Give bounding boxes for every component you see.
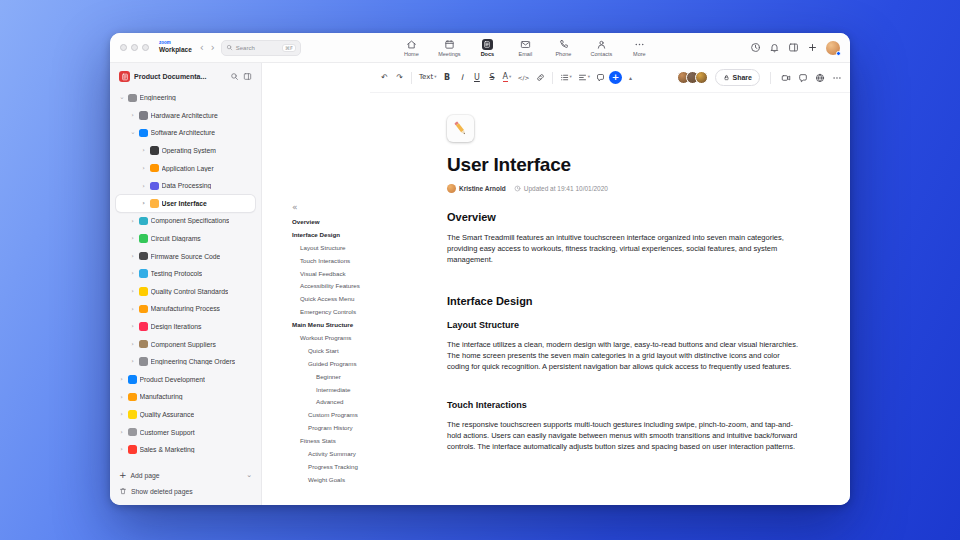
page-emoji-icon[interactable] [447,115,474,142]
chevron-right-icon[interactable]: › [118,446,125,453]
tab-phone[interactable]: Phone [546,39,581,57]
tab-contacts[interactable]: Contacts [584,39,619,57]
chevron-right-icon[interactable]: › [118,429,125,436]
collaborator-avatar-3[interactable] [695,71,708,84]
sidebar-collapse-icon[interactable] [243,72,252,81]
toolbar-link-button[interactable] [534,70,547,86]
outline-item-activity-summary[interactable]: Activity Summary [262,447,370,460]
doc-heading-overview[interactable]: Overview [447,211,799,223]
history-icon[interactable] [750,42,761,53]
show-deleted-pages-button[interactable]: Show deleted pages [119,483,252,499]
toolbar-collapse-toolbar-button[interactable]: ▴ [624,70,637,86]
toolbar-comment-button[interactable] [594,70,607,86]
chevron-right-icon[interactable]: › [140,200,147,207]
toolbar-redo-button[interactable]: ↷ [393,70,406,86]
tree-item-customer-support[interactable]: ›Customer Support [116,423,255,441]
outline-item-guided-programs[interactable]: Guided Programs [262,357,370,370]
outline-item-layout-structure[interactable]: Layout Structure [262,241,370,254]
tree-item-quality-assurance[interactable]: ›Quality Assurance [116,406,255,424]
outline-item-main-menu-structure[interactable]: Main Menu Structure [262,318,370,331]
outline-item-program-history[interactable]: Program History [262,421,370,434]
chevron-right-icon[interactable]: › [118,411,125,418]
user-avatar[interactable] [826,41,840,55]
forward-button[interactable]: › [211,43,215,53]
close-window-button[interactable] [120,44,127,51]
sidebar-toggle-icon[interactable] [788,42,799,53]
toolbar-inline-code-button[interactable]: </> [515,70,531,86]
chevron-right-icon[interactable]: › [129,270,136,277]
doc-paragraph[interactable]: The interface utilizes a clean, modern d… [447,339,799,372]
outline-item-fitness-stats[interactable]: Fitness Stats [262,434,370,447]
toolbar-alignment-button[interactable]: ▾ [576,70,592,86]
tree-item-circuit-diagrams[interactable]: ›Circuit Diagrams [116,230,255,248]
toolbar-undo-button[interactable]: ↶ [378,70,391,86]
tree-item-manufacturing[interactable]: ›Manufacturing [116,388,255,406]
chevron-down-icon[interactable]: ⌄ [246,471,252,479]
notebook-title[interactable]: Product Documenta... [134,73,226,80]
tab-more[interactable]: More [622,39,657,57]
page-title[interactable]: User Interface [447,154,850,176]
outline-item-advanced[interactable]: Advanced [262,395,370,408]
outline-item-workout-programs[interactable]: Workout Programs [262,331,370,344]
minimize-window-button[interactable] [131,44,138,51]
chevron-right-icon[interactable]: › [129,288,136,295]
toolbar-underline-button[interactable]: U [470,70,483,86]
tree-item-manufacturing-process[interactable]: ›Manufacturing Process [116,300,255,318]
back-button[interactable]: ‹ [200,43,204,53]
tree-item-firmware-source-code[interactable]: ›Firmware Source Code [116,247,255,265]
tree-item-hardware-architecture[interactable]: ›Hardware Architecture [116,107,255,125]
tree-item-sales-marketing[interactable]: ›Sales & Marketing [116,441,255,459]
chevron-right-icon[interactable]: › [140,165,147,172]
doc-heading-interface-design[interactable]: Interface Design [447,295,799,307]
outline-item-progress-tracking[interactable]: Progress Tracking [262,460,370,473]
tree-item-software-architecture[interactable]: ›Software Architecture [116,124,255,142]
chevron-right-icon[interactable]: › [129,323,136,330]
document-canvas[interactable]: User Interface Kristine Arnold Updated a… [370,93,850,505]
chevron-down-icon[interactable]: › [118,94,125,101]
tree-item-engineering-change-orders[interactable]: ›Engineering Change Orders [116,353,255,371]
chevron-right-icon[interactable]: › [140,147,147,154]
chevron-right-icon[interactable]: › [118,394,125,401]
tree-item-data-processing[interactable]: ›Data Processing [116,177,255,195]
tree-item-application-layer[interactable]: ›Application Layer [116,159,255,177]
outline-item-weight-goals[interactable]: Weight Goals [262,473,370,486]
tree-item-design-iterations[interactable]: ›Design Iterations [116,318,255,336]
toolbar-bulleted-list-button[interactable]: ▾ [558,70,574,86]
toolbar-strikethrough-button[interactable]: S [485,70,498,86]
chevron-right-icon[interactable]: › [129,358,136,365]
doc-paragraph[interactable]: The Smart Treadmill features an intuitiv… [447,232,799,265]
chevron-right-icon[interactable]: › [129,253,136,260]
tree-item-operating-system[interactable]: ›Operating System [116,142,255,160]
sidebar-search-icon[interactable] [230,72,239,81]
add-page-button[interactable]: + Add page ⌄ [119,467,252,483]
outline-item-overview[interactable]: Overview [262,215,370,228]
doc-heading-touch-interactions[interactable]: Touch Interactions [447,400,799,410]
outline-item-beginner[interactable]: Beginner [262,370,370,383]
tree-item-quality-control-standards[interactable]: ›Quality Control Standards [116,283,255,301]
chevron-right-icon[interactable]: › [129,235,136,242]
tree-item-component-specifications[interactable]: ›Component Specifications [116,212,255,230]
chevron-right-icon[interactable]: › [129,112,136,119]
outline-item-emergency-controls[interactable]: Emergency Controls [262,305,370,318]
chevron-right-icon[interactable]: › [129,341,136,348]
toolbar-text-color-button[interactable]: A▾ [500,70,513,86]
chevron-right-icon[interactable]: › [118,376,125,383]
chevron-right-icon[interactable]: › [129,306,136,313]
tab-meetings[interactable]: Meetings [432,39,467,57]
tab-email[interactable]: Email [508,39,543,57]
tab-home[interactable]: Home [394,39,429,57]
tree-item-testing-protocols[interactable]: ›Testing Protocols [116,265,255,283]
global-search-input[interactable]: Search ⌘F [221,40,301,56]
toolbar-insert-button[interactable]: + [609,71,622,84]
collapse-outline-icon[interactable]: « [262,202,370,215]
tab-docs[interactable]: Docs [470,39,505,57]
outline-item-interface-design[interactable]: Interface Design [262,228,370,241]
outline-item-quick-access-menu[interactable]: Quick Access Menu [262,292,370,305]
chevron-right-icon[interactable]: › [140,183,147,190]
notifications-icon[interactable] [769,42,780,53]
toolbar-italic-button[interactable]: I [455,70,468,86]
outline-item-intermediate[interactable]: Intermediate [262,383,370,396]
outline-item-accessibility-features[interactable]: Accessibility Features [262,279,370,292]
tree-item-engineering[interactable]: ›Engineering [116,89,255,107]
comments-icon[interactable] [798,73,808,83]
